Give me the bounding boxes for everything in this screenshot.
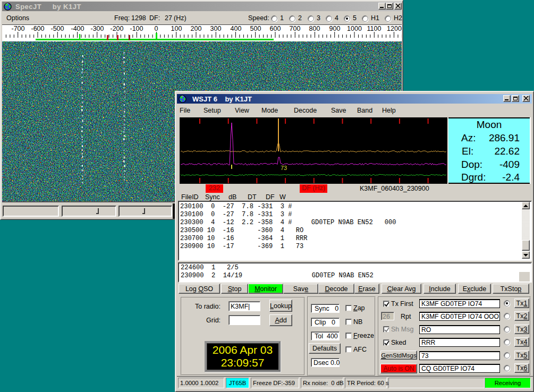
svg-text:73: 73 [281,165,287,171]
